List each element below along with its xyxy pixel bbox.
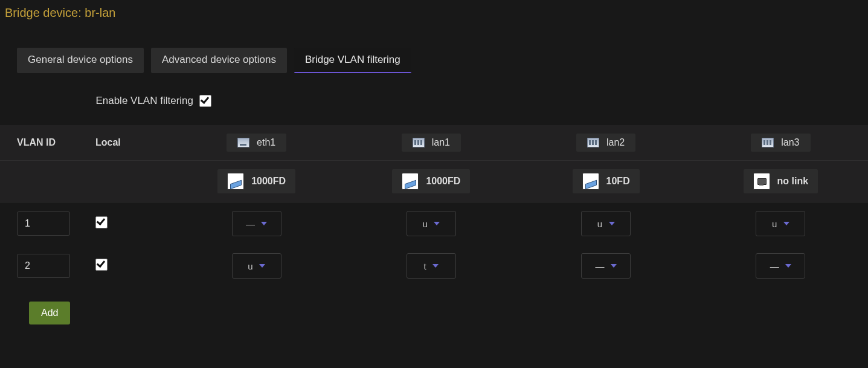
col-header-local: Local [91,125,169,161]
tab-bridge-vlan-filtering[interactable]: Bridge VLAN filtering [294,48,411,73]
vlan-assign-value: u [597,219,603,229]
port-name: eth1 [257,137,275,148]
chevron-down-icon [783,222,789,225]
vlan-assign-value: t [424,261,427,271]
port-header-lan2[interactable]: lan2 [576,134,635,152]
link-speed: no link [777,176,809,187]
vlan-assign-value: — [770,261,780,271]
port-name: lan2 [606,137,625,148]
link-speed: 10FD [606,176,630,187]
page-title: Bridge device: br-lan [0,0,868,25]
port-name: lan1 [432,137,450,148]
link-up-icon [227,173,244,190]
chevron-down-icon [609,222,615,225]
switch-port-icon [413,138,425,147]
local-checkbox[interactable] [95,216,108,228]
vlan-assign-dropdown[interactable]: u [581,211,631,236]
vlan-assign-value: u [248,261,253,271]
table-row: u t — [0,245,868,287]
link-up-icon [402,173,419,190]
vlan-assign-dropdown[interactable]: — [756,253,805,279]
switch-port-icon [762,138,774,147]
chevron-down-icon [434,222,440,225]
tabs: General device options Advanced device o… [0,25,868,73]
local-checkbox[interactable] [95,259,108,271]
port-link-lan1: 1000FD [392,169,470,193]
vlan-assign-value: — [246,219,256,229]
vlan-assign-dropdown[interactable]: — [581,253,631,279]
vlan-assign-value: — [595,261,605,271]
port-link-eth1: 1000FD [217,169,295,193]
tab-general-device-options[interactable]: General device options [17,48,144,73]
link-up-icon [582,173,599,190]
vlan-assign-dropdown[interactable]: u [232,253,281,279]
port-link-lan3: no link [744,169,818,193]
link-speed: 1000FD [251,176,286,187]
vlan-id-input[interactable] [17,211,70,236]
port-name: lan3 [781,137,799,148]
link-speed: 1000FD [426,176,460,187]
chevron-down-icon [611,264,617,268]
chevron-down-icon [785,264,791,268]
vlan-assign-dropdown[interactable]: — [232,211,281,236]
ethernet-port-icon [237,138,249,147]
port-header-lan1[interactable]: lan1 [402,134,461,152]
chevron-down-icon [432,264,439,268]
port-header-lan3[interactable]: lan3 [751,134,810,152]
col-header-vlan-id: VLAN ID [0,125,91,161]
link-down-icon [753,173,770,190]
port-link-lan2: 10FD [573,169,640,193]
add-button[interactable]: Add [29,302,70,324]
vlan-table: VLAN ID Local eth1 lan1 [0,125,868,287]
vlan-assign-dropdown[interactable]: u [407,211,456,236]
vlan-assign-value: u [422,219,428,229]
chevron-down-icon [259,264,265,268]
vlan-assign-dropdown[interactable]: u [756,211,805,236]
enable-vlan-filtering-label: Enable VLAN filtering [0,95,193,107]
table-row: — u u [0,202,868,245]
port-header-eth1[interactable]: eth1 [227,134,286,152]
vlan-assign-dropdown[interactable]: t [407,253,456,279]
enable-vlan-filtering-checkbox[interactable] [199,95,211,107]
tab-advanced-device-options[interactable]: Advanced device options [151,48,287,73]
switch-port-icon [587,138,599,147]
vlan-id-input[interactable] [17,254,70,278]
chevron-down-icon [261,222,267,225]
vlan-assign-value: u [772,219,777,229]
